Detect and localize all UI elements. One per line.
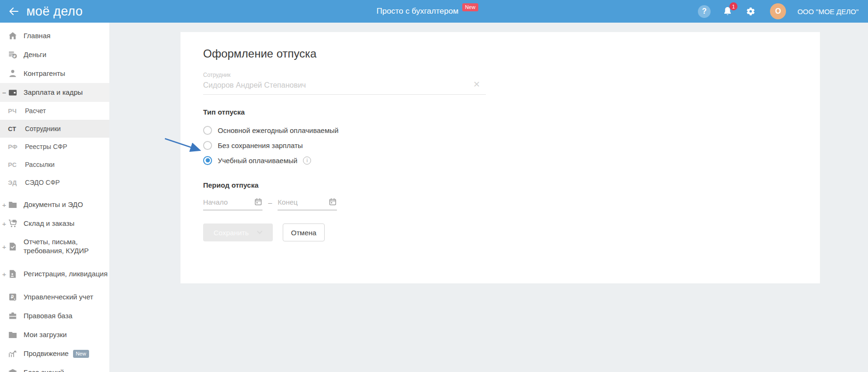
sidebar-item-label: Деньги [24, 50, 46, 59]
registration-icon [7, 268, 18, 280]
company-name[interactable]: ООО "МОЕ ДЕЛО" [797, 8, 859, 16]
sidebar-item-label: Управленческий учет [24, 293, 93, 302]
radio-option-label[interactable]: Основной ежегодный оплачиваемый [218, 126, 338, 134]
sidebar-divider-gap [0, 191, 109, 195]
salary-icon [7, 87, 18, 98]
notification-count-badge: 1 [729, 2, 737, 10]
sidebar-item-label: Мои загрузки [24, 331, 67, 339]
subitem-label: Рассылки [25, 161, 55, 168]
radio-option-label[interactable]: Учебный оплачиваемый [218, 157, 297, 165]
subitem-abbr: ЭД [8, 179, 21, 186]
sidebar-item-label: Документы и ЭДО [24, 200, 83, 209]
subitem-abbr: СТ [8, 125, 21, 132]
cancel-button[interactable]: Отмена [283, 223, 325, 241]
management-icon: ₽ [7, 291, 18, 303]
back-arrow-icon[interactable] [8, 5, 20, 17]
radio-option-study-paid[interactable]: Учебный оплачиваемый i [203, 153, 797, 168]
sidebar-item-promotion[interactable]: Продвижение New [0, 344, 109, 363]
vacation-type-label: Тип отпуска [203, 108, 797, 116]
clear-employee-icon[interactable]: ✕ [473, 80, 480, 89]
vacation-period-label: Период отпуска [203, 181, 797, 189]
expand-plus-icon[interactable]: + [2, 220, 7, 228]
sidebar-item-warehouse-orders[interactable]: + Склад и заказы [0, 214, 109, 233]
report-icon [7, 241, 18, 252]
subitem-abbr: РФ [8, 143, 21, 150]
sidebar-item-salary-hr[interactable]: − Зарплата и кадры [0, 83, 109, 102]
sidebar-item-knowledge-base[interactable]: База знаний [0, 363, 109, 372]
radio-checked-icon[interactable] [203, 156, 212, 165]
subitem-label: СЭДО СФР [25, 179, 60, 186]
sidebar-item-reports-letters[interactable]: + Отчеты, письма, требования, КУДИР [0, 233, 109, 260]
expand-plus-icon[interactable]: + [2, 243, 7, 251]
help-icon[interactable]: ? [698, 5, 711, 18]
subitem-label: Реестры СФР [25, 143, 67, 150]
svg-text:₽: ₽ [14, 54, 16, 58]
subitem-label: Сотрудники [25, 125, 61, 132]
end-date-placeholder: Конец [278, 198, 297, 206]
promotion-icon [7, 348, 18, 359]
cart-icon [7, 218, 18, 229]
employee-field[interactable]: Сотрудник Сидоров Андрей Степанович ✕ [203, 72, 486, 95]
calendar-icon[interactable] [254, 198, 262, 206]
sidebar-item-contractors[interactable]: Контрагенты [0, 64, 109, 83]
radio-option-annual-paid[interactable]: Основной ежегодный оплачиваемый [203, 123, 797, 138]
knowledge-icon [7, 367, 18, 372]
sidebar-item-my-downloads[interactable]: Мои загрузки [0, 325, 109, 344]
sidebar-item-registration[interactable]: + Регистрация, ликвидация [0, 260, 109, 288]
top-header: моё дело Просто с бухгалтером New ? 1 O … [0, 0, 868, 23]
sidebar-item-documents-edo[interactable]: + Документы и ЭДО [0, 195, 109, 214]
contractors-icon [7, 68, 18, 79]
promotion-new-badge: New [73, 350, 89, 358]
subitem-abbr: РЧ [8, 107, 21, 115]
promo-new-badge: New [462, 3, 478, 11]
sidebar-item-label: Регистрация, ликвидация [24, 270, 107, 279]
subitem-label: Расчет [25, 107, 46, 115]
chevron-down-icon[interactable] [257, 231, 262, 234]
radio-option-label[interactable]: Без сохранения зарплаты [218, 141, 303, 149]
collapse-minus-icon[interactable]: − [2, 89, 7, 97]
folder-icon [7, 199, 18, 210]
start-date-placeholder: Начало [203, 198, 228, 206]
info-icon[interactable]: i [303, 157, 311, 165]
start-date-input[interactable]: Начало [203, 198, 262, 210]
calendar-icon[interactable] [328, 198, 337, 206]
expand-plus-icon[interactable]: + [2, 201, 7, 209]
form-actions: Сохранить Отмена [203, 223, 797, 241]
sidebar-nav: Главная ₽ Деньги Контрагенты − Зарплата … [0, 23, 109, 372]
notifications-bell-icon[interactable]: 1 [722, 6, 733, 17]
employee-field-value: Сидоров Андрей Степанович [203, 81, 486, 90]
sidebar-item-management-accounting[interactable]: ₽ Управленческий учет [0, 288, 109, 306]
sidebar-item-legal-base[interactable]: Правовая база [0, 306, 109, 325]
sidebar-item-label: Главная [24, 32, 50, 41]
sidebar-item-label: Контрагенты [24, 69, 65, 78]
sidebar-item-label: Правовая база [24, 312, 73, 321]
sidebar-item-home[interactable]: Главная [0, 26, 109, 45]
sidebar-subitem-mailings[interactable]: РС Рассылки [0, 156, 109, 174]
briefcase-icon [7, 310, 18, 322]
svg-text:₽: ₽ [11, 295, 14, 299]
radio-unchecked-icon[interactable] [203, 126, 212, 135]
sidebar-subitem-calculation[interactable]: РЧ Расчет [0, 102, 109, 120]
sidebar-item-label: База знаний [24, 368, 64, 372]
user-avatar[interactable]: O [770, 3, 786, 19]
money-icon: ₽ [7, 49, 18, 60]
home-icon [7, 30, 18, 41]
app-logo[interactable]: моё дело [26, 4, 82, 19]
sidebar-subitem-employees[interactable]: СТ Сотрудники [0, 120, 109, 138]
settings-gear-icon[interactable] [745, 6, 756, 17]
sidebar-subitem-sedo-sfr[interactable]: ЭД СЭДО СФР [0, 174, 109, 191]
sidebar-item-money[interactable]: ₽ Деньги [0, 45, 109, 64]
sidebar-item-label: Продвижение [24, 349, 69, 358]
end-date-input[interactable]: Конец [278, 198, 337, 210]
sidebar-subitem-sfr-registers[interactable]: РФ Реестры СФР [0, 138, 109, 156]
sidebar-item-label: Отчеты, письма, требования, КУДИР [24, 238, 109, 256]
promo-banner[interactable]: Просто с бухгалтером New [377, 0, 478, 23]
sidebar-item-label: Склад и заказы [24, 219, 74, 228]
radio-option-unpaid[interactable]: Без сохранения зарплаты [203, 138, 797, 153]
radio-unchecked-icon[interactable] [203, 141, 212, 150]
sidebar-item-label: Зарплата и кадры [24, 88, 83, 97]
save-button[interactable]: Сохранить [203, 223, 273, 241]
vacation-form-card: Оформление отпуска Сотрудник Сидоров Анд… [180, 32, 820, 283]
header-actions: ? 1 O ООО "МОЕ ДЕЛО" [698, 0, 859, 23]
expand-plus-icon[interactable]: + [2, 270, 7, 278]
